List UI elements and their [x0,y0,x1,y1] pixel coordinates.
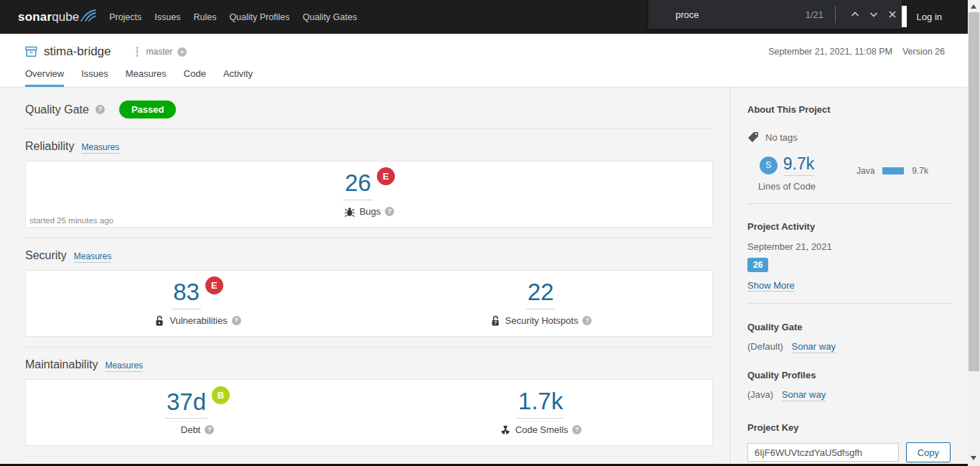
project-info-sidebar: About This Project No tags S 9.7k Lines … [729,88,968,464]
language-name: Java [857,166,874,176]
debt-label: Debt [181,424,200,435]
maintainability-measures-link[interactable]: Measures [105,360,143,372]
reliability-card: 26 E Bugs ? started 25 minutes ago [25,161,713,228]
logo-text-bold: sonar [18,10,52,24]
sonarqube-logo[interactable]: sonar qube [18,10,96,24]
login-link[interactable]: Log in [917,11,942,22]
tab-overview[interactable]: Overview [25,68,64,87]
find-input[interactable]: proce [676,9,699,20]
metric-vulnerabilities: 83 E Vulnerabilities ? [26,280,369,327]
quality-gate-row: Quality Gate ? Passed [25,101,713,118]
security-section-header: Security Measures [25,249,713,263]
tags-row: No tags [747,131,951,143]
find-close-button[interactable] [883,5,902,24]
analysis-date: September 21, 2021, 11:08 PM [768,47,892,57]
browser-scrollbar[interactable] [968,0,980,466]
quality-gate-status-badge: Passed [119,101,177,118]
activity-date: September 21, 2021 [747,241,951,252]
section-divider [25,238,713,238]
security-hotspots-value-link[interactable]: 22 [526,280,556,309]
project-header: stima-bridge master + September 21, 2021… [0,34,968,88]
size-rating-badge: S [760,157,778,174]
debt-value-link[interactable]: 37d [165,390,207,419]
section-divider [25,347,713,348]
project-tabs: Overview Issues Measures Code Activity [0,68,968,87]
language-loc-value: 9.7k [912,166,928,176]
bugs-value-link[interactable]: 26 [343,171,373,200]
help-icon[interactable]: ? [572,425,582,434]
security-measures-link[interactable]: Measures [74,251,112,263]
quality-gate-row: (Default) Sonar way [747,341,951,352]
help-icon[interactable]: ? [205,425,214,434]
branch-name[interactable]: master [146,47,173,57]
help-icon[interactable]: ? [95,105,105,114]
language-bar [882,167,904,174]
tab-measures[interactable]: Measures [126,68,167,87]
metric-bugs: 26 E Bugs ? [26,171,712,218]
find-previous-button[interactable] [846,5,864,24]
help-icon[interactable]: ? [385,207,394,216]
section-divider [25,129,713,129]
help-icon[interactable]: ? [232,316,241,325]
lines-of-code-block: S 9.7k Lines of Code Java 9.7k [747,154,951,192]
close-icon [887,9,897,19]
bug-icon [344,206,355,218]
logo-text-light: qube [52,10,79,24]
tab-issues[interactable]: Issues [81,68,108,87]
maintainability-card: 37d B Debt ? 1.7k Code Smells ? [25,379,713,446]
maintainability-section-header: Maintainability Measures [25,358,713,372]
vulnerabilities-label: Vulnerabilities [169,315,227,326]
project-key-input[interactable] [747,443,899,462]
analysis-meta: September 21, 2021, 11:08 PM Version 26 [768,47,945,57]
help-icon[interactable]: ? [582,316,592,325]
nav-item-issues[interactable]: Issues [153,8,182,27]
find-match-count: 1/21 [806,9,823,20]
reliability-section-header: Reliability Measures [25,140,713,154]
metric-security-hotspots: 22 ? Security Hotspots ? [369,280,712,327]
about-project-title: About This Project [747,104,951,115]
code-smell-icon [500,424,511,436]
sidebar-divider [747,203,951,204]
reliability-measures-link[interactable]: Measures [81,142,119,154]
language-distribution-row: Java 9.7k [857,166,928,176]
show-more-link[interactable]: Show More [747,280,795,292]
copy-button[interactable]: Copy [906,442,951,462]
loc-value-link[interactable]: 9.7k [783,154,814,176]
scrollbar-thumb[interactable] [969,12,979,371]
lock-question-icon: ? [490,315,501,327]
scrollbar-down-arrow[interactable] [971,456,976,460]
quality-gate-link[interactable]: Sonar way [791,341,835,353]
vulnerabilities-value-link[interactable]: 83 [172,280,201,309]
main-navigation: Projects Issues Rules Quality Profiles Q… [108,8,358,27]
tab-activity[interactable]: Activity [223,68,253,87]
branch-plus-icon[interactable]: + [177,47,187,57]
quality-profiles-row: (Java) Sonar way [747,389,951,400]
vulnerabilities-rating-badge: E [205,276,223,294]
svg-text:?: ? [493,320,497,326]
analysis-pending-note: started 25 minutes ago [29,216,113,225]
chevron-up-icon [850,9,860,19]
chevron-down-icon [869,9,879,19]
tab-code[interactable]: Code [184,68,206,87]
nav-item-projects[interactable]: Projects [108,8,143,27]
browser-find-bar: proce 1/21 [648,0,902,29]
bugs-rating-badge: E [377,167,395,185]
scrollbar-up-arrow[interactable] [971,4,976,9]
nav-item-quality-profiles[interactable]: Quality Profiles [228,8,291,27]
quality-profiles-scope: (Java) [747,389,773,400]
nav-item-rules[interactable]: Rules [192,8,218,27]
nav-item-quality-gates[interactable]: Quality Gates [301,8,358,27]
security-card: 83 E Vulnerabilities ? 22 [25,270,713,337]
branch-selector: master + [133,46,187,57]
code-smells-label: Code Smells [515,424,569,435]
section-title: Reliability [25,140,74,153]
quality-profiles-link[interactable]: Sonar way [782,389,826,401]
bugs-label: Bugs [360,206,381,217]
project-activity-title: Project Activity [747,221,951,232]
quality-profiles-title: Quality Profiles [747,370,951,381]
code-smells-value-link[interactable]: 1.7k [517,389,564,419]
find-next-button[interactable] [864,5,883,24]
branch-icon [133,46,141,57]
project-title: stima-bridge [44,45,111,59]
activity-version-badge: 26 [747,258,768,272]
